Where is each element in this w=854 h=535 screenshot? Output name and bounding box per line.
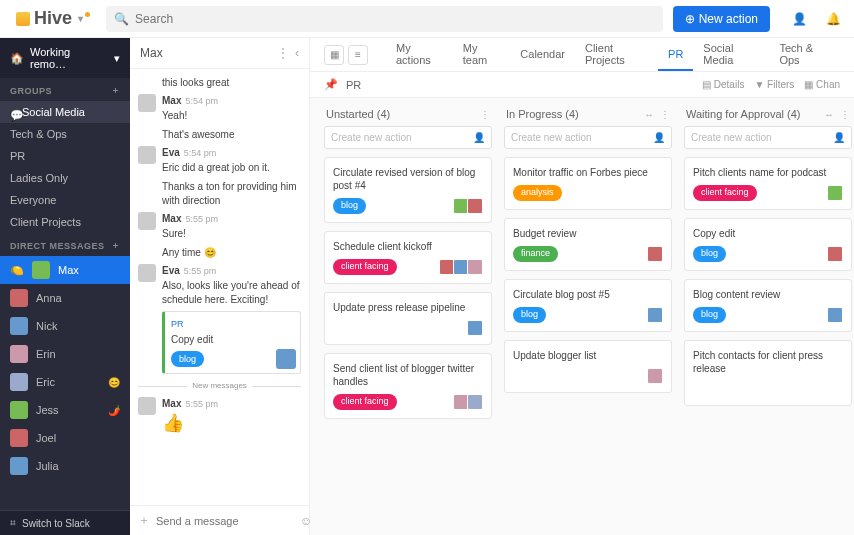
- card-title: Monitor traffic on Forbes piece: [513, 166, 663, 179]
- sidebar-dm-nick[interactable]: Nick: [0, 312, 130, 340]
- action-card[interactable]: Blog content reviewblog: [684, 279, 852, 332]
- grid-view-icon[interactable]: ▦: [324, 45, 344, 65]
- sidebar-group-tech-ops[interactable]: Tech & Ops: [0, 123, 130, 145]
- sidebar-group-pr[interactable]: PR: [0, 145, 130, 167]
- sidebar-dm-max[interactable]: 🍋Max: [0, 256, 130, 284]
- lane-header: Unstarted (4)⋮: [324, 108, 492, 120]
- add-dm-icon[interactable]: ＋: [111, 239, 121, 252]
- action-card[interactable]: Pitch clients name for podcastclient fac…: [684, 157, 852, 210]
- add-group-icon[interactable]: ＋: [111, 84, 121, 97]
- sidebar-group-ladies-only[interactable]: Ladies Only: [0, 167, 130, 189]
- tab-pr[interactable]: PR: [658, 38, 693, 71]
- dm-header: DIRECT MESSAGES ＋: [0, 233, 130, 256]
- collapse-icon[interactable]: ‹: [295, 46, 299, 60]
- action-card[interactable]: Circulate blog post #5blog: [504, 279, 672, 332]
- attach-icon[interactable]: ＋: [138, 512, 150, 529]
- more-icon[interactable]: ⋮: [480, 109, 490, 120]
- action-card[interactable]: Update blogger list: [504, 340, 672, 393]
- logo-text: Hive: [34, 8, 72, 29]
- workspace-selector[interactable]: 🏠 Working remo… ▾: [0, 38, 130, 78]
- tab-my-team[interactable]: My team: [453, 38, 511, 71]
- assignees: [649, 307, 663, 323]
- action-card[interactable]: Pitch contacts for client press release: [684, 340, 852, 406]
- search-bar[interactable]: 🔍: [106, 6, 663, 32]
- create-action-input[interactable]: Create new action👤: [684, 126, 852, 149]
- group-label: Client Projects: [10, 216, 81, 228]
- topbar: Hive ▾ 🔍 ⊕ New action 👤 🔔: [0, 0, 854, 38]
- chevron-down-icon: ▾: [114, 52, 120, 65]
- card-title: Budget review: [513, 227, 663, 240]
- sidebar-group-everyone[interactable]: Everyone: [0, 189, 130, 211]
- assignees: [441, 259, 483, 275]
- more-icon[interactable]: ⋮: [840, 109, 850, 120]
- tag-badge: blog: [693, 246, 726, 262]
- status-emoji: 🌶️: [108, 405, 120, 416]
- tab-calendar[interactable]: Calendar: [510, 38, 575, 71]
- pin-icon[interactable]: 📌: [324, 78, 338, 91]
- action-card-preview[interactable]: PRCopy editblog: [162, 311, 301, 374]
- filters-button[interactable]: ▼ Filters: [754, 79, 794, 90]
- action-card[interactable]: Copy editblog: [684, 218, 852, 271]
- dm-label: Nick: [36, 320, 57, 332]
- assignees: [455, 394, 483, 410]
- sidebar-dm-eric[interactable]: Eric😊: [0, 368, 130, 396]
- assignees: [469, 320, 483, 336]
- chat-icon: 💬: [10, 109, 16, 115]
- tab-my-actions[interactable]: My actions: [386, 38, 453, 71]
- assignees: [455, 198, 483, 214]
- tab-social-media[interactable]: Social Media: [693, 38, 769, 71]
- tab-client-projects[interactable]: Client Projects: [575, 38, 658, 71]
- search-input[interactable]: [135, 12, 655, 26]
- logo[interactable]: Hive ▾: [10, 8, 96, 29]
- move-icon[interactable]: ↔: [824, 109, 834, 120]
- create-action-input[interactable]: Create new action👤: [324, 126, 492, 149]
- more-icon[interactable]: ⋮: [660, 109, 670, 120]
- new-action-button[interactable]: ⊕ New action: [673, 6, 770, 32]
- more-icon[interactable]: ⋮: [277, 46, 289, 60]
- sidebar-group-social-media[interactable]: 💬Social Media: [0, 101, 130, 123]
- change-view-button[interactable]: ▦ Chan: [804, 79, 840, 90]
- placeholder: Create new action: [691, 132, 772, 143]
- tab-tech-ops[interactable]: Tech & Ops: [769, 38, 840, 71]
- message: Max5:55 pmSure!: [138, 212, 301, 241]
- sidebar-group-client-projects[interactable]: Client Projects: [0, 211, 130, 233]
- sidebar-dm-anna[interactable]: Anna: [0, 284, 130, 312]
- message: Max5:54 pmYeah!: [138, 94, 301, 123]
- message-text: Eric did a great job on it.: [162, 161, 301, 175]
- assignees: [649, 246, 663, 262]
- move-icon[interactable]: ↔: [644, 109, 654, 120]
- new-messages-divider: New messages: [138, 380, 301, 391]
- action-card[interactable]: Budget reviewfinance: [504, 218, 672, 271]
- assignees: [649, 368, 663, 384]
- message-continuation: Any time 😊: [138, 245, 301, 260]
- search-icon: 🔍: [114, 12, 129, 26]
- create-action-input[interactable]: Create new action👤: [504, 126, 672, 149]
- plus-icon: ⊕: [685, 12, 695, 26]
- group-label: Tech & Ops: [10, 128, 67, 140]
- user-icon[interactable]: 👤: [788, 8, 810, 30]
- bell-icon[interactable]: 🔔: [822, 8, 844, 30]
- list-view-icon[interactable]: ≡: [348, 45, 368, 65]
- action-card[interactable]: Circulate revised version of blog post #…: [324, 157, 492, 223]
- lane-header: Waiting for Approval (4)↔⋮: [684, 108, 852, 120]
- avatar: [276, 349, 296, 369]
- avatar: [10, 373, 28, 391]
- switch-to-slack[interactable]: ⌗ Switch to Slack: [0, 510, 130, 535]
- assignees: [829, 246, 843, 262]
- sidebar-dm-julia[interactable]: Julia: [0, 452, 130, 480]
- sidebar-dm-jess[interactable]: Jess🌶️: [0, 396, 130, 424]
- avatar: [467, 320, 483, 336]
- message-text: this looks great: [162, 76, 229, 90]
- compose-input[interactable]: [156, 515, 294, 527]
- message-list: this looks greatMax5:54 pmYeah!That's aw…: [130, 69, 309, 505]
- dm-label: Erin: [36, 348, 56, 360]
- sidebar-dm-joel[interactable]: Joel: [0, 424, 130, 452]
- slack-icon: ⌗: [10, 517, 16, 529]
- sidebar-dm-erin[interactable]: Erin: [0, 340, 130, 368]
- dm-label: Joel: [36, 432, 56, 444]
- action-card[interactable]: Schedule client kickoffclient facing: [324, 231, 492, 284]
- details-button[interactable]: ▤ Details: [702, 79, 744, 90]
- action-card[interactable]: Monitor traffic on Forbes pieceanalysis: [504, 157, 672, 210]
- action-card[interactable]: Send client list of blogger twitter hand…: [324, 353, 492, 419]
- action-card[interactable]: Update press release pipeline: [324, 292, 492, 345]
